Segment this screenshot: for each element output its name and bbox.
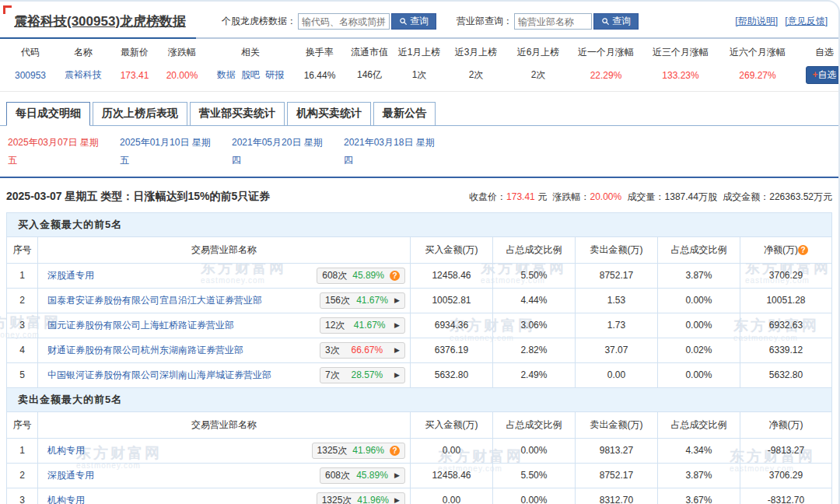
broker-name-link[interactable]: 机构专用 [47,444,85,457]
buy-ratio: 3.06% [492,313,575,338]
add-watchlist-button[interactable]: +自选 [806,66,840,84]
sell-ratio: 0.00% [657,313,740,338]
change-label: 涨跌幅： [552,191,590,202]
expand-arrow-icon[interactable]: ▶ [394,321,400,329]
trade-stats-badge[interactable]: 156次41.67%▶ [320,292,405,309]
stock-code-link[interactable]: 300953 [6,70,54,81]
stock-chg-3m: 133.23% [642,70,719,81]
col-price: 最新价 [112,46,157,59]
net-amount: 10051.28 [740,288,831,313]
buy-ratio: 5.50% [492,463,575,488]
help-icon[interactable]: ? [390,271,400,281]
stock-search-button[interactable]: 查询 [391,13,436,30]
help-link[interactable]: [帮助说明] [735,16,778,26]
tab-broker-stats[interactable]: 营业部买卖统计 [190,102,285,125]
sell-amount: 8752.17 [575,263,657,288]
table-row: 3 国元证券股份有限公司上海虹桥路证券营业部 12次41.67%▶ 6934.3… [7,313,832,338]
stock-name-link[interactable]: 震裕科技 [54,68,112,82]
help-icon[interactable]: ? [390,446,400,456]
sell-ratio: 3.87% [657,263,740,288]
col-rank: 序号 [7,236,38,263]
detail-stats: 收盘价：173.41 元 涨跌幅：20.00% 成交量：1387.44万股 成交… [469,191,832,204]
sell-ratio: 4.34% [657,438,740,463]
broker-name-link[interactable]: 国泰君安证券股份有限公司宜昌沿江大道证券营业部 [47,294,262,307]
buy-ratio: 2.82% [492,338,575,362]
broker-name-link[interactable]: 中国银河证券股份有限公司深圳南山海岸城证券营业部 [47,369,271,382]
tab-announcements[interactable]: 最新公告 [373,102,436,125]
topbar: 震裕科技(300953)龙虎榜数据 个股龙虎榜数据： 查询 营业部查询： 查询 [0,2,838,37]
stock-change: 20.00% [157,70,207,81]
expand-arrow-icon[interactable]: ▶ [394,471,400,479]
buy-amount: 6934.36 [410,313,492,338]
buy-amount: 10052.81 [410,288,492,313]
broker-name-link[interactable]: 财通证券股份有限公司杭州东湖南路证券营业部 [47,344,243,357]
broker-name-link[interactable]: 机构专用 [47,494,85,504]
detail-header: 2025-03-07 星期五 类型：日涨幅达到15%的前5只证券 收盘价：173… [0,178,838,211]
broker-name-link[interactable]: 深股通专用 [47,469,94,482]
sell-ratio: 0.00% [657,288,740,313]
trade-stats-badge[interactable]: 7次28.57%▶ [320,367,405,383]
rank: 1 [7,263,38,288]
col-change: 涨跌幅 [157,46,207,59]
tab-daily-detail[interactable]: 每日成交明细 [6,102,90,126]
sell-ratio: 0.02% [657,338,740,362]
table-row: 5 中国银河证券股份有限公司深圳南山海岸城证券营业部 7次28.57%▶ 563… [7,362,832,387]
lhb-page: 震裕科技(300953)龙虎榜数据 个股龙虎榜数据： 查询 营业部查询： 查询 [0,0,840,504]
stock-chg-6m: 269.27% [719,70,796,81]
data-link[interactable]: 数据 [217,69,236,80]
broker-search-input[interactable] [514,13,592,30]
col-broker-name: 交易营业部名称 [38,411,411,438]
expand-arrow-icon[interactable]: ▶ [394,346,400,354]
col-name: 名称 [54,46,112,59]
watch-cell: +自选 [796,66,840,84]
net-amount: 3706.29 [740,263,831,288]
broker-search-button-label: 查询 [612,15,631,28]
broker-name-link[interactable]: 国元证券股份有限公司上海虹桥路证券营业部 [47,319,234,332]
trade-stats-badge[interactable]: 1325次41.96%▶ [317,492,405,504]
rank: 1 [7,438,38,463]
col-rank: 序号 [7,411,38,438]
trade-stats-badge[interactable]: 12次41.67%▶ [320,317,405,334]
broker-search-button[interactable]: 查询 [593,13,639,30]
feedback-link[interactable]: [意见反馈] [785,16,828,26]
stock-count-1m: 1次 [394,68,445,82]
header-divider [0,37,838,39]
expand-arrow-icon[interactable]: ▶ [394,496,400,504]
guba-link[interactable]: 股吧 [241,69,260,80]
amount-value: 226363.52万元 [769,191,832,202]
broker-name-link[interactable]: 深股通专用 [47,269,94,282]
col-chg-3m: 近三个月涨幅 [642,46,719,59]
net-amount: 3706.29 [740,463,831,488]
tab-institution-stats[interactable]: 机构买卖统计 [287,102,371,125]
date-link-0[interactable]: 2025年03月07日 星期五 [8,134,106,170]
buy-amount: 12458.46 [410,463,492,488]
help-icon[interactable]: ? [798,245,808,255]
buy-table: 买入金额最大的前5名 序号 交易营业部名称 买入金额(万) 占总成交比例 卖出金… [6,212,832,388]
stock-search-input[interactable] [298,13,390,30]
page-title[interactable]: 震裕科技(300953)龙虎榜数据 [14,12,186,30]
trade-stats-badge[interactable]: 608次45.89%▶ [320,467,405,484]
stock-search-label: 个股龙虎榜数据： [222,15,296,28]
date-link-3[interactable]: 2021年03月18日 星期四 [344,134,442,170]
expand-arrow-icon[interactable]: ▶ [394,296,400,304]
buy-table-header: 序号 交易营业部名称 买入金额(万) 占总成交比例 卖出金额(万) 占总成交比例… [7,236,832,263]
sell-amount: 1.53 [575,288,657,313]
col-buy-ratio: 占总成交比例 [492,236,575,263]
expand-arrow-icon[interactable]: ▶ [394,371,400,379]
related-links: 数据 股吧 研报 [207,68,294,82]
col-chg-1m: 近一个月涨幅 [569,46,642,59]
tab-after-listing[interactable]: 历次上榜后表现 [93,102,187,125]
trade-stats-badge[interactable]: 1325次41.96%? [312,443,405,459]
table-row: 1 机构专用 1325次41.96%? 0.00 0.00% 9813.27 4… [7,438,832,463]
trade-stats-badge[interactable]: 608次45.89%? [317,268,405,284]
sell-section-title: 卖出金额最大的前5名 [7,387,832,411]
sell-amount: 9813.27 [575,438,657,463]
buy-ratio: 4.44% [492,288,575,313]
date-link-2[interactable]: 2021年05月20日 星期四 [232,134,330,170]
buy-amount: 0.00 [410,438,492,463]
date-link-1[interactable]: 2025年01月10日 星期五 [120,134,218,170]
research-link[interactable]: 研报 [265,69,284,80]
col-count-1m: 近1月上榜 [394,46,445,59]
search-icon [601,17,610,26]
trade-stats-badge[interactable]: 3次66.67%▶ [320,342,405,359]
